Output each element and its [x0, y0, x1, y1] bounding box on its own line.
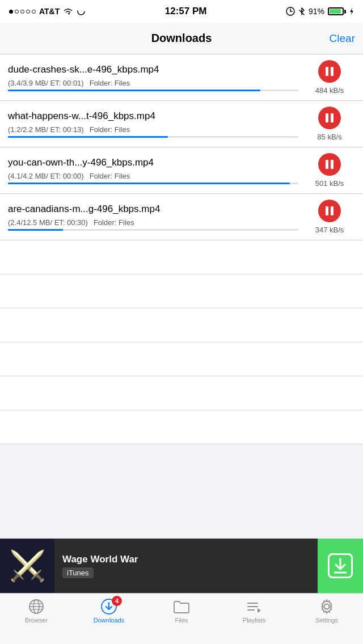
download-meta: (4.1/4.2 MB/ ET: 00:00) Folder: Files	[8, 172, 298, 180]
ad-subtitle: iTunes	[62, 567, 94, 578]
tab-settings[interactable]: Settings	[290, 598, 363, 624]
download-filename: dude-crashes-sk...e-496_kbps.mp4	[8, 63, 298, 76]
svg-marker-16	[258, 608, 261, 613]
download-size: (2.4/12.5 MB/ ET: 00:30)	[8, 218, 88, 227]
dot1	[9, 10, 13, 14]
clear-button[interactable]: Clear	[330, 32, 355, 45]
download-item-info: what-happens-w...t-496_kbps.mp4 (1.2/2.2…	[8, 110, 304, 137]
status-right: 91%	[286, 7, 354, 16]
clock-icon	[286, 7, 295, 16]
download-item: you-can-own-th...y-496_kbps.mp4 (4.1/4.2…	[0, 147, 363, 194]
tab-files-label: Files	[175, 617, 188, 624]
download-item-controls: 347 kB/s	[304, 200, 355, 234]
progress-bar-container	[8, 183, 298, 184]
download-meta: (2.4/12.5 MB/ ET: 00:30) Folder: Files	[8, 218, 298, 227]
empty-row	[0, 274, 363, 308]
download-arrow-icon	[331, 557, 349, 575]
pause-icon	[326, 206, 334, 215]
carrier-label: AT&T	[39, 7, 60, 16]
pause-button[interactable]	[318, 60, 341, 83]
download-speed: 501 kB/s	[315, 179, 344, 188]
progress-bar-fill	[8, 90, 260, 91]
tab-downloads[interactable]: 4 Downloads	[73, 598, 145, 624]
progress-bar-fill	[8, 229, 63, 231]
signal-dots	[9, 10, 36, 14]
battery-icon	[328, 7, 346, 15]
status-bar: AT&T 12:57 PM 91%	[0, 0, 363, 23]
tab-bar: Browser 4 Downloads Files	[0, 593, 363, 644]
empty-row	[0, 410, 363, 444]
ad-cta-button[interactable]	[318, 539, 363, 593]
status-left: AT&T	[9, 7, 86, 16]
download-folder: Folder: Files	[90, 79, 130, 87]
progress-bar-container	[8, 136, 298, 138]
download-item: what-happens-w...t-496_kbps.mp4 (1.2/2.2…	[0, 101, 363, 147]
wifi-icon	[63, 7, 73, 15]
download-item-info: dude-crashes-sk...e-496_kbps.mp4 (3.4/3.…	[8, 63, 304, 91]
download-speed: 347 kB/s	[315, 226, 344, 234]
progress-bar-fill	[8, 183, 290, 184]
download-item: dude-crashes-sk...e-496_kbps.mp4 (3.4/3.…	[0, 54, 363, 101]
folder-icon	[173, 598, 190, 615]
progress-bar-container	[8, 90, 298, 91]
dot2	[15, 10, 19, 14]
globe-icon	[28, 598, 45, 615]
pause-button[interactable]	[318, 200, 341, 222]
download-speed: 484 kB/s	[315, 86, 344, 95]
charging-icon	[349, 7, 354, 15]
ad-warrior-icon: ⚔️	[9, 549, 46, 583]
download-meta: (1.2/2.2 MB/ ET: 00:13) Folder: Files	[8, 125, 298, 134]
pause-button[interactable]	[318, 153, 341, 176]
nav-bar: Downloads Clear	[0, 23, 363, 54]
download-folder: Folder: Files	[94, 218, 134, 227]
download-filename: you-can-own-th...y-496_kbps.mp4	[8, 156, 298, 169]
pause-button[interactable]	[318, 107, 341, 129]
pause-bar-right	[331, 113, 334, 122]
empty-row	[0, 342, 363, 376]
page-title: Downloads	[151, 32, 212, 45]
svg-point-0	[78, 8, 85, 15]
download-size: (1.2/2.2 MB/ ET: 00:13)	[8, 125, 84, 134]
tab-playlists[interactable]: Playlists	[218, 598, 290, 624]
pause-icon	[326, 160, 334, 169]
download-filename: what-happens-w...t-496_kbps.mp4	[8, 110, 298, 122]
svg-point-17	[324, 604, 330, 609]
empty-row	[0, 240, 363, 274]
pause-bar-left	[326, 113, 328, 122]
dot5	[32, 10, 36, 14]
empty-row	[0, 376, 363, 410]
ad-text: Wage World War iTunes	[54, 554, 318, 578]
loading-icon	[77, 7, 86, 16]
pause-bar-left	[326, 67, 328, 76]
empty-row	[0, 308, 363, 342]
tab-browser[interactable]: Browser	[0, 598, 73, 624]
battery-percent: 91%	[309, 7, 324, 16]
pause-bar-right	[331, 160, 334, 169]
pause-icon	[326, 67, 334, 76]
download-item-controls: 484 kB/s	[304, 60, 355, 95]
status-time: 12:57 PM	[165, 6, 207, 17]
tab-files[interactable]: Files	[145, 598, 218, 624]
download-item-controls: 85 kB/s	[304, 107, 355, 141]
download-item-controls: 501 kB/s	[304, 153, 355, 188]
bluetooth-icon	[298, 7, 305, 16]
pause-bar-right	[331, 206, 334, 215]
progress-bar-fill	[8, 136, 168, 138]
download-speed: 85 kB/s	[317, 133, 341, 141]
gear-icon	[318, 598, 335, 615]
download-meta: (3.4/3.9 MB/ ET: 00:01) Folder: Files	[8, 79, 298, 87]
ad-title: Wage World War	[62, 554, 310, 565]
pause-bar-left	[326, 206, 328, 215]
ad-banner[interactable]: ⚔️ Wage World War iTunes	[0, 539, 363, 593]
tab-settings-label: Settings	[315, 617, 338, 624]
download-folder: Folder: Files	[90, 125, 130, 134]
tab-browser-label: Browser	[25, 617, 48, 624]
tab-downloads-label: Downloads	[94, 617, 124, 624]
pause-icon	[326, 113, 334, 122]
ad-download-icon	[328, 553, 353, 578]
pause-bar-left	[326, 160, 328, 169]
download-folder: Folder: Files	[90, 172, 130, 180]
download-item-info: are-canadians-m...g-496_kbps.mp4 (2.4/12…	[8, 203, 304, 230]
download-size: (4.1/4.2 MB/ ET: 00:00)	[8, 172, 84, 180]
download-list: dude-crashes-sk...e-496_kbps.mp4 (3.4/3.…	[0, 54, 363, 444]
